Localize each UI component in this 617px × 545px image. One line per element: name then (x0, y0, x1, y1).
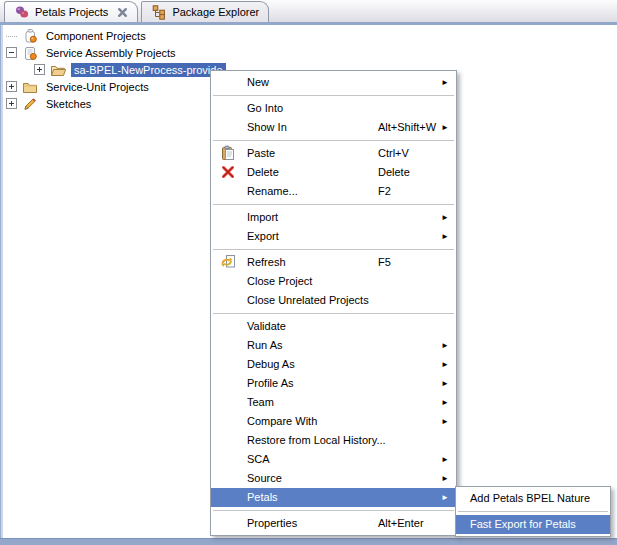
menu-item-label: Compare With (247, 415, 317, 427)
menu-separator (213, 313, 454, 314)
menu-item-label: Close Project (247, 275, 312, 287)
menu-item-label: Profile As (247, 377, 293, 389)
menu-item-label: Team (247, 396, 274, 408)
menu-item-new[interactable]: New ► (211, 73, 456, 92)
submenu-arrow-icon: ► (441, 412, 449, 431)
view-bottom-border (0, 538, 617, 545)
petals-icon (14, 4, 30, 20)
submenu-arrow-icon: ► (441, 227, 449, 246)
menu-item-icon (220, 273, 236, 289)
menu-item-icon (220, 470, 236, 486)
menu-separator (213, 140, 454, 141)
menu-item-label: Show In (247, 121, 287, 133)
pencil-icon (22, 96, 38, 112)
menu-item-add-petals-bpel-nature[interactable]: Add Petals BPEL Nature (456, 489, 610, 508)
submenu-arrow-icon: ► (441, 118, 449, 137)
collapse-minus-icon[interactable] (6, 47, 17, 58)
menu-item-debug-as[interactable]: Debug As ► (211, 355, 456, 374)
submenu-arrow-icon: ► (441, 393, 449, 412)
tab-package-explorer[interactable]: Package Explorer (141, 1, 269, 22)
menu-item-rename[interactable]: Rename... F2 (211, 182, 456, 201)
menu-item-profile-as[interactable]: Profile As ► (211, 374, 456, 393)
submenu-arrow-icon: ► (441, 336, 449, 355)
menu-item-label: Go Into (247, 102, 283, 114)
close-icon[interactable] (116, 6, 128, 18)
tab-label: Petals Projects (35, 6, 108, 18)
menu-item-accel: Delete (378, 163, 410, 182)
menu-item-import[interactable]: Import ► (211, 208, 456, 227)
menu-item-team[interactable]: Team ► (211, 393, 456, 412)
menu-item-label: New (247, 76, 269, 88)
tree-item-label: Sketches (43, 97, 94, 111)
menu-item-label: Fast Export for Petals (470, 518, 576, 530)
menu-item-label: Run As (247, 339, 282, 351)
menu-item-fast-export-for-petals[interactable]: Fast Export for Petals (456, 515, 610, 534)
submenu-arrow-icon: ► (441, 469, 449, 488)
menu-item-show-in[interactable]: Show In Alt+Shift+W ► (211, 118, 456, 137)
menu-item-go-into[interactable]: Go Into (211, 99, 456, 118)
menu-item-restore-from-local-history[interactable]: Restore from Local History... (211, 431, 456, 450)
paste-icon (220, 145, 236, 161)
menu-item-icon (220, 119, 236, 135)
expand-plus-icon[interactable] (6, 98, 17, 109)
submenu-arrow-icon: ► (441, 374, 449, 393)
menu-item-label: Debug As (247, 358, 295, 370)
folder-icon (22, 79, 38, 95)
menu-item-label: Import (247, 211, 278, 223)
menu-item-refresh[interactable]: Refresh F5 (211, 253, 456, 272)
menu-item-run-as[interactable]: Run As ► (211, 336, 456, 355)
expand-plus-icon[interactable] (6, 81, 17, 92)
menu-item-source[interactable]: Source ► (211, 469, 456, 488)
tree-connector (6, 36, 17, 37)
assembly-icon (22, 45, 38, 61)
menu-item-label: Add Petals BPEL Nature (470, 492, 590, 504)
refresh-icon (220, 254, 236, 270)
menu-item-icon (220, 337, 236, 353)
menu-item-icon (220, 183, 236, 199)
menu-item-label: Refresh (247, 256, 286, 268)
menu-separator (213, 510, 454, 511)
menu-item-sca[interactable]: SCA ► (211, 450, 456, 469)
menu-item-icon (220, 413, 236, 429)
submenu-arrow-icon: ► (441, 488, 449, 507)
tree-item-label: sa-BPEL-NewProcess-provide (71, 63, 226, 77)
context-menu: New ► Go Into Show In Alt+Shift+W ► Past… (210, 70, 457, 536)
tree-item-label: Component Projects (43, 29, 149, 43)
menu-item-delete[interactable]: Delete Delete (211, 163, 456, 182)
tree-item-component-projects[interactable]: Component Projects (3, 27, 617, 44)
tab-petals-projects[interactable]: Petals Projects (4, 1, 138, 22)
menu-item-validate[interactable]: Validate (211, 317, 456, 336)
component-icon (22, 28, 38, 44)
menu-item-label: Properties (247, 517, 297, 529)
menu-item-icon (220, 292, 236, 308)
menu-item-close-project[interactable]: Close Project (211, 272, 456, 291)
tree-item-service-assembly-projects[interactable]: Service Assembly Projects (3, 44, 617, 61)
submenu-arrow-icon: ► (441, 73, 449, 92)
menu-item-paste[interactable]: Paste Ctrl+V (211, 144, 456, 163)
menu-item-icon (220, 375, 236, 391)
menu-item-icon (220, 74, 236, 90)
menu-item-icon (220, 515, 236, 531)
menu-item-icon (220, 318, 236, 334)
menu-separator (213, 95, 454, 96)
delete-icon (220, 164, 236, 180)
expand-plus-icon[interactable] (34, 64, 45, 75)
menu-item-close-unrelated-projects[interactable]: Close Unrelated Projects (211, 291, 456, 310)
menu-item-label: SCA (247, 453, 270, 465)
menu-item-icon (220, 228, 236, 244)
submenu-arrow-icon: ► (441, 355, 449, 374)
menu-item-icon (220, 209, 236, 225)
petals-projects-view: Petals Projects Package Explorer Compone… (0, 0, 617, 545)
menu-separator (458, 511, 608, 512)
menu-item-export[interactable]: Export ► (211, 227, 456, 246)
menu-item-accel: F2 (378, 182, 391, 201)
menu-item-label: Delete (247, 166, 279, 178)
menu-separator (213, 204, 454, 205)
menu-item-properties[interactable]: Properties Alt+Enter (211, 514, 456, 533)
menu-item-petals[interactable]: Petals ► (211, 488, 456, 507)
menu-item-label: Export (247, 230, 279, 242)
menu-item-accel: Alt+Shift+W (378, 118, 436, 137)
menu-item-compare-with[interactable]: Compare With ► (211, 412, 456, 431)
menu-item-icon (220, 451, 236, 467)
tree-item-label: Service-Unit Projects (43, 80, 152, 94)
